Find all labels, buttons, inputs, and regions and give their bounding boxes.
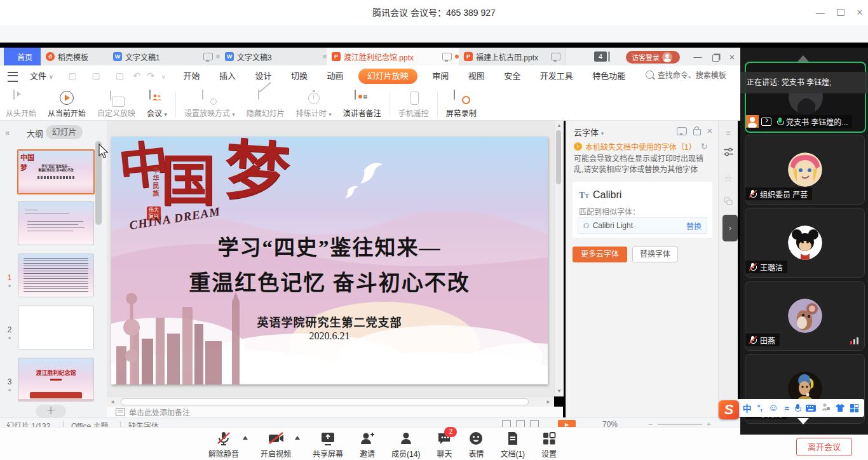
menu-view[interactable]: 视图 [460,65,493,87]
horizontal-scroll-thumb[interactable] [121,398,529,405]
ime-keyboard-icon[interactable] [806,405,816,412]
slide-thumb-1[interactable]: 中国梦 学习"四史"鉴往知来—重温红色记忆 奋斗初心不改 [17,149,95,194]
wps-restore-icon[interactable] [708,53,723,65]
star-pane-icon[interactable]: ☆ [719,173,738,184]
slide-thumb-2[interactable] [18,201,94,245]
wps-close-icon[interactable]: × [724,51,740,64]
matched-font-row[interactable]: O Calibri Light 替换 [578,217,707,234]
hamburger-icon[interactable] [8,72,18,82]
menu-file[interactable]: 文件 ∨ [22,65,62,88]
participant-tile[interactable]: 田燕 [745,281,865,351]
menu-animation[interactable]: 动画 [318,65,351,87]
ime-skin-icon[interactable] [836,404,844,412]
menu-slideshow-active[interactable]: 幻灯片放映 [358,69,417,84]
pin-lock-icon[interactable] [693,129,701,135]
video-options-caret[interactable] [295,436,300,440]
play-from-start-button[interactable]: 从头开始 [0,90,42,118]
close-pane-icon[interactable]: × [707,126,712,136]
menu-review[interactable]: 审阅 [424,65,457,87]
guest-login-button[interactable]: 访客登录 [626,51,680,64]
ime-mic-icon[interactable] [795,404,800,412]
slide-thumb-4[interactable] [18,306,94,349]
docer-icon: d [46,52,55,61]
scroll-up-icon[interactable] [797,55,809,62]
ime-language-icon[interactable]: 中 [743,402,752,414]
menu-transition[interactable]: 切换 [283,65,316,87]
share-screen-button[interactable]: 共享屏幕 [313,431,343,459]
chat-button[interactable]: 2 聊天 [437,431,452,459]
wps-minimize-icon[interactable]: — [690,51,705,64]
tab-dujiang-pptx[interactable]: P 渡江胜利纪念馆.pptx [327,48,465,65]
vertical-scroll-thumb[interactable] [556,130,561,184]
command-search[interactable]: 查找命令、搜索模板 [646,69,726,80]
add-slide-button[interactable]: ＋ [36,405,66,417]
tab-document-1[interactable]: W 文字文稿1 [108,48,226,65]
sogou-ime-icon[interactable]: S [719,400,739,419]
screen-record-button[interactable]: 屏幕录制 [440,90,482,118]
expand-pane-tab[interactable]: › [722,215,738,241]
speaker-notes-button[interactable]: 演讲者备注 [337,90,387,118]
menu-insert[interactable]: 插入 [211,65,244,87]
more-commands-icon[interactable]: ∨ [161,73,166,80]
tab-fujian-pptx[interactable]: P 福建上杭古田.pptx [459,48,566,65]
replace-font-button[interactable]: 替换字体 [632,247,678,262]
drag-handle-icon[interactable]: = [719,128,738,138]
menu-design[interactable]: 设计 [247,65,280,87]
ime-person-icon[interactable] [822,402,830,414]
settings-button[interactable]: 设置 [541,431,557,459]
start-video-button[interactable]: 开启视频 [261,431,291,459]
maximize-icon[interactable] [831,4,850,22]
feedback-icon[interactable] [677,127,687,135]
pane-settings-icon[interactable] [719,147,738,158]
swap-pane-icon[interactable] [719,197,738,207]
notes-bar[interactable]: 单击此处添加备注 [107,407,563,417]
refresh-icon[interactable]: ↻ [701,142,708,151]
tab-docer-templates[interactable]: d 稻壳模板 [41,48,112,65]
ime-voice-icon[interactable]: ≈ [784,403,789,413]
ime-toolbar[interactable]: 中 °, ☺ ≈ [737,399,864,417]
scroll-down-icon[interactable] [797,418,809,424]
tab-document-3[interactable]: W 文字文稿3 [220,48,332,65]
slideshow-settings-button[interactable]: 设置放映方式 ▾ [179,90,241,118]
menu-security[interactable]: 安全 [496,65,529,87]
unmute-button[interactable]: 解除静音 [208,431,239,459]
hide-slide-button[interactable]: 隐藏幻灯片 [241,90,290,118]
ime-toolbox-icon[interactable] [850,404,858,412]
collapse-panel-icon[interactable]: « [5,128,10,137]
rehearse-timings-button[interactable]: 排练计时 ▾ [290,90,337,118]
tab-home[interactable]: 首页 [4,48,46,65]
mic-options-caret[interactable] [243,436,248,440]
outline-tab[interactable]: 大纲 [27,127,43,139]
redo-icon[interactable]: ↷ [147,71,159,81]
zoom-slider[interactable] [658,424,702,425]
meeting-button[interactable]: 会议 ▾ [141,90,173,118]
close-icon[interactable]: × [850,4,868,22]
menu-start[interactable]: 开始 [175,65,208,87]
meeting-control-bar: 解除静音 开启视频 共享屏幕 邀请 [0,427,868,460]
current-slide[interactable]: 中 国 梦 中华民族 伟大复兴 CHINA DREAM 学习“四史”鉴往知来— … [111,137,548,384]
quick-access-icons[interactable]: ▢ ▢ ▢ [68,71,130,81]
docs-button[interactable]: 文档(1) [500,431,525,459]
tab-count-badge[interactable]: 4 [594,51,607,62]
undo-icon[interactable]: ↶ [133,71,144,81]
slides-tab-active[interactable]: 幻灯片 [46,125,83,139]
leave-meeting-button[interactable]: 离开会议 [796,438,852,456]
custom-slideshow-button[interactable]: 自定义放映 [92,90,141,118]
menu-features[interactable]: 特色功能 [584,65,634,87]
participant-tile[interactable]: 王璐洁 [745,208,865,278]
slide-thumb-3[interactable] [18,254,94,297]
reactions-button[interactable]: 表情 [468,431,484,459]
members-button[interactable]: 成员(14) [391,431,420,459]
invite-button[interactable]: 邀请 [360,431,375,459]
ime-punctuation-icon[interactable]: °, [757,403,763,412]
minimize-icon[interactable]: — [811,4,830,22]
participant-tile[interactable]: 组织委员 严芸 [745,135,865,205]
ime-emoji-icon[interactable]: ☺ [768,402,778,414]
menu-devtools[interactable]: 开发工具 [532,65,581,87]
more-cloud-fonts-button[interactable]: 更多云字体 [573,247,627,262]
phone-remote-button[interactable]: 手机遥控 [393,90,435,118]
slide-thumb-5[interactable]: 渡江胜利纪念馆 [18,358,94,402]
replace-link[interactable]: 替换 [686,220,702,231]
play-from-current-button[interactable]: 从当前开始 [42,90,92,118]
meeting-title: 腾讯会议 会议号：465 389 927 [0,0,868,25]
